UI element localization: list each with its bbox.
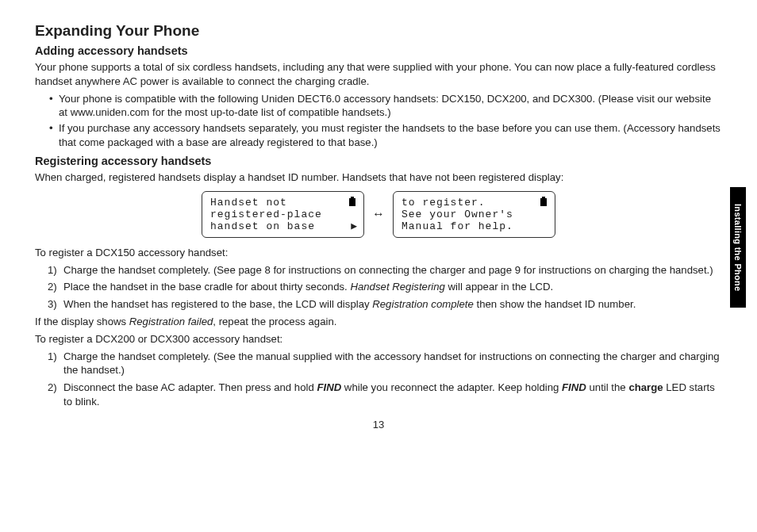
lcd-line: See your Owner's: [402, 209, 547, 220]
text: , repeat the process again.: [213, 316, 336, 327]
bold-italic-text: FIND: [562, 381, 586, 393]
text: then show the handset ID number.: [474, 298, 636, 310]
list-item: If you purchase any accessory handsets s…: [59, 121, 722, 150]
dcx150-lead: To register a DCX150 accessory handset:: [35, 246, 722, 260]
lcd-line: Manual for help.: [402, 220, 547, 232]
double-arrow-icon: ↔: [372, 207, 385, 221]
text: until the: [586, 381, 629, 393]
lcd-line: Handset not: [210, 197, 355, 209]
italic-text: Handset Registering: [350, 281, 445, 293]
lcd-right: to register. See your Owner's Manual for…: [393, 191, 555, 238]
section-tab: Installing the Phone: [730, 187, 746, 308]
page-title: Expanding Your Phone: [35, 22, 722, 40]
italic-text: Registration failed: [129, 316, 213, 327]
triangle-right-icon: ▶: [351, 220, 357, 232]
lcd-line: handset on base: [210, 220, 355, 232]
adding-intro: Your phone supports a total of six cordl…: [35, 60, 722, 89]
list-item: When the handset has registered to the b…: [63, 297, 722, 312]
svg-rect-1: [349, 198, 355, 206]
bold-text: charge: [628, 381, 663, 393]
bold-italic-text: FIND: [317, 381, 341, 393]
text: will appear in the LCD.: [445, 281, 553, 293]
dcx200-steps: Charge the handset completely. (See the …: [35, 350, 722, 409]
lcd-left: Handset not registered-place handset on …: [202, 191, 364, 238]
adding-heading: Adding accessory handsets: [35, 44, 722, 57]
manual-page: Expanding Your Phone Adding accessory ha…: [0, 0, 757, 532]
italic-text: Registration complete: [372, 298, 474, 310]
lcd-line: to register.: [402, 197, 547, 209]
list-item: Charge the handset completely. (See page…: [63, 263, 722, 277]
list-item: Disconnect the base AC adapter. Then pre…: [63, 381, 722, 409]
list-item: Place the handset in the base cradle for…: [63, 280, 722, 294]
text: Disconnect the base AC adapter. Then pre…: [63, 381, 317, 393]
text: while you reconnect the adapter. Keep ho…: [341, 381, 562, 393]
lcd-line: registered-place: [210, 209, 355, 220]
adding-bullets: Your phone is compatible with the follow…: [35, 92, 722, 150]
dcx150-steps: Charge the handset completely. (See page…: [35, 263, 722, 312]
page-number: 13: [35, 419, 722, 431]
dcx200-lead: To register a DCX200 or DCX300 accessory…: [35, 332, 722, 346]
registering-intro: When charged, registered handsets displa…: [35, 170, 722, 185]
text: Place the handset in the base cradle for…: [63, 281, 350, 293]
list-item: Your phone is compatible with the follow…: [59, 92, 722, 121]
text: If the display shows: [35, 316, 129, 327]
registering-heading: Registering accessory handsets: [35, 155, 722, 167]
battery-icon: [348, 197, 357, 206]
battery-icon: [539, 197, 548, 206]
svg-rect-2: [542, 197, 545, 198]
registration-failed-note: If the display shows Registration failed…: [35, 315, 722, 329]
list-item: Charge the handset completely. (See the …: [63, 350, 722, 378]
text: When the handset has registered to the b…: [63, 298, 372, 310]
svg-rect-0: [351, 197, 354, 198]
lcd-row: Handset not registered-place handset on …: [35, 191, 722, 238]
svg-rect-3: [540, 198, 547, 206]
